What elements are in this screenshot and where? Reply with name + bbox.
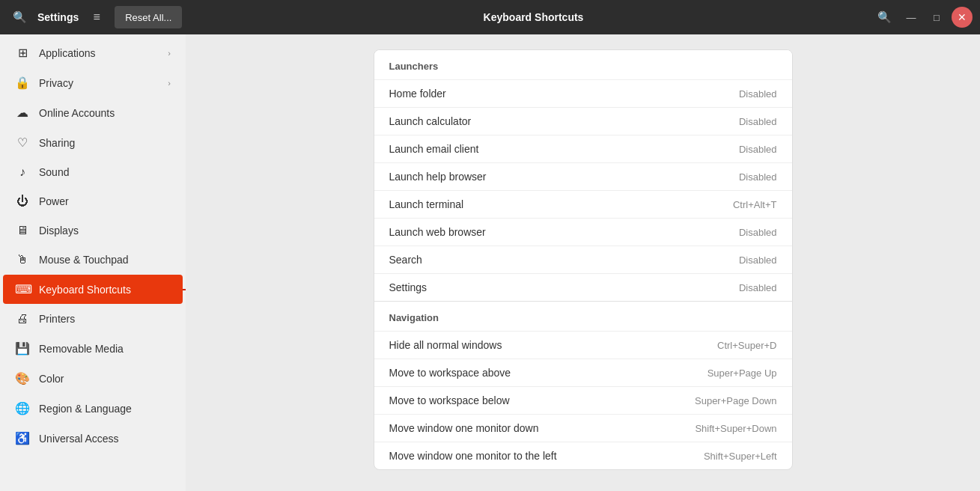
shortcut-name-home-folder: Home folder xyxy=(389,88,739,100)
shortcut-row-help[interactable]: Launch help browser Disabled xyxy=(374,162,792,190)
sidebar-label-privacy: Privacy xyxy=(39,77,159,89)
shortcut-row-email[interactable]: Launch email client Disabled xyxy=(374,135,792,162)
close-button[interactable]: ✕ xyxy=(952,7,973,28)
shortcut-row-web-browser[interactable]: Launch web browser Disabled xyxy=(374,218,792,246)
shortcut-key-workspace-below: Super+Page Down xyxy=(695,395,777,406)
shortcut-key-search: Disabled xyxy=(739,254,777,266)
shortcut-key-workspace-above: Super+Page Up xyxy=(707,368,777,379)
shortcut-name-web-browser: Launch web browser xyxy=(389,226,739,238)
color-icon: 🎨 xyxy=(15,371,30,385)
content-area: Launchers Home folder Disabled Launch ca… xyxy=(186,34,980,491)
region-icon: 🌐 xyxy=(15,401,30,415)
sidebar-item-printers[interactable]: 🖨 Printers xyxy=(3,305,183,333)
shortcut-row-workspace-below[interactable]: Move to workspace below Super+Page Down xyxy=(374,386,792,414)
sidebar-label-sound: Sound xyxy=(39,166,171,178)
shortcut-row-hide-windows[interactable]: Hide all normal windows Ctrl+Super+D xyxy=(374,331,792,359)
shortcut-key-email: Disabled xyxy=(739,144,777,155)
sidebar-item-sharing[interactable]: ♡ Sharing xyxy=(3,128,183,157)
app-title: Settings xyxy=(37,11,79,23)
shortcut-row-calculator[interactable]: Launch calculator Disabled xyxy=(374,107,792,135)
shortcut-key-terminal: Ctrl+Alt+T xyxy=(733,199,777,210)
page-title: Keyboard Shortcuts xyxy=(484,11,584,23)
sound-icon: ♪ xyxy=(15,165,30,179)
titlebar: 🔍 Settings ≡ Reset All... Keyboard Short… xyxy=(0,0,980,34)
chevron-icon-applications: › xyxy=(168,49,171,58)
shortcut-row-workspace-above[interactable]: Move to workspace above Super+Page Up xyxy=(374,359,792,386)
privacy-icon: 🔒 xyxy=(15,76,30,90)
sidebar-label-mouse-touchpad: Mouse & Touchpad xyxy=(39,254,171,266)
minimize-button[interactable]: — xyxy=(901,7,922,28)
shortcut-row-search[interactable]: Search Disabled xyxy=(374,246,792,273)
shortcut-row-monitor-left[interactable]: Move window one monitor to the left Shif… xyxy=(374,442,792,469)
sidebar-item-region-language[interactable]: 🌐 Region & Language xyxy=(3,394,183,423)
shortcut-name-email: Launch email client xyxy=(389,143,739,155)
shortcut-name-monitor-down: Move window one monitor down xyxy=(389,422,696,434)
shortcut-name-workspace-above: Move to workspace above xyxy=(389,367,707,379)
menu-button[interactable]: ≡ xyxy=(85,5,109,29)
shortcut-row-home-folder[interactable]: Home folder Disabled xyxy=(374,79,792,107)
navigation-header: Navigation xyxy=(374,302,792,331)
sharing-icon: ♡ xyxy=(15,135,30,150)
chevron-icon-privacy: › xyxy=(168,79,171,88)
sidebar-item-displays[interactable]: 🖥 Displays xyxy=(3,216,183,245)
search-icon-right[interactable]: 🔍 xyxy=(872,5,896,29)
keyboard-icon: ⌨ xyxy=(15,282,30,296)
sidebar-item-color[interactable]: 🎨 Color xyxy=(3,364,183,393)
sidebar-item-removable-media[interactable]: 💾 Removable Media xyxy=(3,334,183,363)
shortcut-name-calculator: Launch calculator xyxy=(389,115,739,127)
maximize-button[interactable]: □ xyxy=(926,7,947,28)
shortcut-name-workspace-below: Move to workspace below xyxy=(389,394,696,406)
shortcut-row-settings[interactable]: Settings Disabled xyxy=(374,273,792,301)
sidebar-label-keyboard-shortcuts: Keyboard Shortcuts xyxy=(39,284,171,296)
shortcut-key-calculator: Disabled xyxy=(739,116,777,127)
shortcut-row-monitor-down[interactable]: Move window one monitor down Shift+Super… xyxy=(374,414,792,442)
sidebar-label-printers: Printers xyxy=(39,313,171,325)
sidebar-label-applications: Applications xyxy=(39,47,159,59)
shortcut-key-web-browser: Disabled xyxy=(739,227,777,238)
power-icon: ⏻ xyxy=(15,195,30,208)
sidebar-item-keyboard-shortcuts[interactable]: ⌨ Keyboard Shortcuts xyxy=(3,275,183,304)
sidebar-label-color: Color xyxy=(39,373,171,385)
printers-icon: 🖨 xyxy=(15,312,30,326)
sidebar-label-region-language: Region & Language xyxy=(39,403,171,415)
sidebar-label-online-accounts: Online Accounts xyxy=(39,107,171,119)
main-area: ⊞ Applications › 🔒 Privacy › ☁ Online Ac… xyxy=(0,34,980,491)
shortcut-row-terminal[interactable]: Launch terminal Ctrl+Alt+T xyxy=(374,190,792,218)
shortcut-name-monitor-left: Move window one monitor to the left xyxy=(389,450,704,462)
search-icon-left[interactable]: 🔍 xyxy=(7,5,31,29)
sidebar-item-power[interactable]: ⏻ Power xyxy=(3,187,183,216)
sidebar: ⊞ Applications › 🔒 Privacy › ☁ Online Ac… xyxy=(0,34,186,491)
shortcut-name-search: Search xyxy=(389,254,739,266)
sidebar-item-mouse-touchpad[interactable]: 🖱 Mouse & Touchpad xyxy=(3,246,183,274)
titlebar-center: Keyboard Shortcuts xyxy=(195,11,872,23)
displays-icon: 🖥 xyxy=(15,224,30,237)
shortcut-key-settings: Disabled xyxy=(739,282,777,293)
sidebar-item-applications[interactable]: ⊞ Applications › xyxy=(3,38,183,67)
sidebar-item-online-accounts[interactable]: ☁ Online Accounts xyxy=(3,98,183,127)
shortcut-name-hide-windows: Hide all normal windows xyxy=(389,339,718,351)
shortcut-key-help: Disabled xyxy=(739,171,777,183)
shortcuts-card: Launchers Home folder Disabled Launch ca… xyxy=(374,49,793,470)
shortcut-key-home-folder: Disabled xyxy=(739,88,777,100)
titlebar-left: 🔍 Settings ≡ Reset All... xyxy=(7,5,195,29)
universal-access-icon: ♿ xyxy=(15,431,30,445)
launchers-header: Launchers xyxy=(374,50,792,79)
mouse-icon: 🖱 xyxy=(15,253,30,266)
removable-media-icon: 💾 xyxy=(15,341,30,356)
sidebar-label-removable-media: Removable Media xyxy=(39,343,171,355)
shortcut-name-terminal: Launch terminal xyxy=(389,198,733,210)
shortcut-key-monitor-left: Shift+Super+Left xyxy=(704,451,777,462)
sidebar-label-universal-access: Universal Access xyxy=(39,433,171,445)
shortcut-key-monitor-down: Shift+Super+Down xyxy=(695,423,776,434)
sidebar-item-universal-access[interactable]: ♿ Universal Access xyxy=(3,424,183,453)
sidebar-label-sharing: Sharing xyxy=(39,137,171,149)
reset-all-button[interactable]: Reset All... xyxy=(115,6,182,28)
shortcut-name-help: Launch help browser xyxy=(389,171,739,183)
shortcut-name-settings: Settings xyxy=(389,281,739,293)
sidebar-item-sound[interactable]: ♪ Sound xyxy=(3,158,183,186)
sidebar-label-power: Power xyxy=(39,195,171,207)
sidebar-label-displays: Displays xyxy=(39,225,171,237)
shortcut-key-hide-windows: Ctrl+Super+D xyxy=(717,340,776,351)
titlebar-right: 🔍 — □ ✕ xyxy=(872,5,973,29)
sidebar-item-privacy[interactable]: 🔒 Privacy › xyxy=(3,68,183,97)
